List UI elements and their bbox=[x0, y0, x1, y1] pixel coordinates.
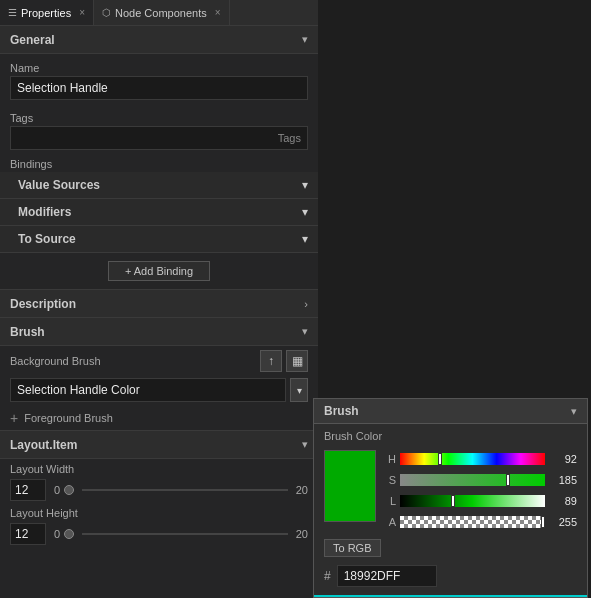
lightness-slider-track[interactable] bbox=[400, 495, 545, 507]
layout-width-slider[interactable] bbox=[82, 489, 288, 491]
value-sources-section: Value Sources ▾ bbox=[0, 172, 318, 199]
properties-icon: ☰ bbox=[8, 7, 17, 18]
properties-panel: ☰ Properties × ⬡ Node Components × Gener… bbox=[0, 0, 318, 598]
layout-height-circle bbox=[64, 529, 74, 539]
value-sources-header[interactable]: Value Sources ▾ bbox=[0, 172, 318, 198]
description-chevron-icon: › bbox=[304, 298, 308, 310]
hex-row: # bbox=[314, 561, 587, 595]
layout-height-end: 20 bbox=[296, 528, 308, 540]
to-rgb-button[interactable]: To RGB bbox=[324, 539, 381, 557]
layout-height-row: 0 20 bbox=[0, 521, 318, 547]
name-input[interactable] bbox=[10, 76, 308, 100]
add-foreground-icon[interactable]: + bbox=[10, 410, 18, 426]
modifiers-chevron-icon: ▾ bbox=[302, 205, 308, 219]
brush-popup: Brush ▾ Brush Color H 92 S bbox=[313, 398, 588, 598]
hex-input[interactable] bbox=[337, 565, 437, 587]
bg-brush-row: Background Brush ↑ ▦ bbox=[0, 346, 318, 376]
brush-icons: ↑ ▦ bbox=[260, 350, 308, 372]
panel-content: General ▾ Name Tags Tags Bindings Value … bbox=[0, 26, 318, 598]
brush-popup-bottom-border bbox=[314, 595, 587, 597]
alpha-slider-row: A 255 bbox=[384, 513, 577, 531]
right-panel: Brush ▾ Brush Color H 92 S bbox=[318, 0, 591, 598]
node-components-icon: ⬡ bbox=[102, 7, 111, 18]
value-sources-chevron-icon: ▾ bbox=[302, 178, 308, 192]
layout-item-chevron-icon: ▾ bbox=[302, 438, 308, 451]
name-field-group: Name bbox=[0, 54, 318, 104]
add-binding-button[interactable]: + Add Binding bbox=[108, 261, 210, 281]
layout-item-section-header[interactable]: Layout.Item ▾ bbox=[0, 431, 318, 459]
brush-section-header[interactable]: Brush ▾ bbox=[0, 318, 318, 346]
foreground-brush-row: + Foreground Brush bbox=[0, 406, 318, 431]
layout-height-label: Layout Height bbox=[0, 503, 318, 521]
hue-slider-row: H 92 bbox=[384, 450, 577, 468]
general-chevron-icon: ▾ bbox=[302, 33, 308, 46]
tab-node-components[interactable]: ⬡ Node Components × bbox=[94, 0, 230, 25]
color-swatch bbox=[324, 450, 376, 522]
lightness-label: L bbox=[384, 495, 396, 507]
brush-value-input[interactable] bbox=[10, 378, 286, 402]
to-source-chevron-icon: ▾ bbox=[302, 232, 308, 246]
lightness-value: 89 bbox=[549, 495, 577, 507]
bg-brush-label: Background Brush bbox=[10, 355, 101, 367]
hue-slider-track[interactable] bbox=[400, 453, 545, 465]
bindings-label: Bindings bbox=[0, 154, 318, 172]
layout-width-label: Layout Width bbox=[0, 459, 318, 477]
brush-dropdown-icon[interactable]: ▾ bbox=[290, 378, 308, 402]
brush-color-label: Brush Color bbox=[314, 424, 587, 446]
to-rgb-row: To RGB bbox=[314, 535, 587, 561]
brush-popup-title: Brush bbox=[324, 404, 359, 418]
alpha-slider-track[interactable] bbox=[400, 516, 545, 528]
layout-width-zero: 0 bbox=[54, 484, 60, 496]
brush-chevron-icon: ▾ bbox=[302, 325, 308, 338]
lightness-slider-thumb[interactable] bbox=[451, 495, 455, 507]
tags-field-group: Tags Tags bbox=[0, 104, 318, 154]
color-picker-area: H 92 S 185 L bbox=[314, 446, 587, 535]
modifiers-section: Modifiers ▾ bbox=[0, 199, 318, 226]
saturation-value: 185 bbox=[549, 474, 577, 486]
layout-height-input[interactable] bbox=[10, 523, 46, 545]
tags-label: Tags bbox=[10, 112, 308, 124]
hue-slider-thumb[interactable] bbox=[438, 453, 442, 465]
layout-width-end: 20 bbox=[296, 484, 308, 496]
brush-value-row: ▾ bbox=[0, 376, 318, 406]
brush-popup-header: Brush ▾ bbox=[314, 399, 587, 424]
alpha-value: 255 bbox=[549, 516, 577, 528]
tab-properties-close[interactable]: × bbox=[79, 7, 85, 18]
lightness-slider-row: L 89 bbox=[384, 492, 577, 510]
tab-node-components-close[interactable]: × bbox=[215, 7, 221, 18]
saturation-slider-track[interactable] bbox=[400, 474, 545, 486]
modifiers-header[interactable]: Modifiers ▾ bbox=[0, 199, 318, 225]
add-binding-row: + Add Binding bbox=[0, 253, 318, 290]
name-label: Name bbox=[10, 62, 308, 74]
brush-upload-icon[interactable]: ↑ bbox=[260, 350, 282, 372]
brush-popup-chevron-icon: ▾ bbox=[571, 405, 577, 418]
tags-row: Tags bbox=[10, 126, 308, 150]
layout-width-input[interactable] bbox=[10, 479, 46, 501]
brush-grid-icon[interactable]: ▦ bbox=[286, 350, 308, 372]
saturation-slider-row: S 185 bbox=[384, 471, 577, 489]
color-sliders: H 92 S 185 L bbox=[384, 450, 577, 531]
tab-bar: ☰ Properties × ⬡ Node Components × bbox=[0, 0, 318, 26]
layout-width-circle bbox=[64, 485, 74, 495]
general-section-header[interactable]: General ▾ bbox=[0, 26, 318, 54]
description-section-header[interactable]: Description › bbox=[0, 290, 318, 318]
saturation-slider-thumb[interactable] bbox=[506, 474, 510, 486]
saturation-label: S bbox=[384, 474, 396, 486]
layout-height-zero: 0 bbox=[54, 528, 60, 540]
layout-height-slider[interactable] bbox=[82, 533, 288, 535]
foreground-brush-label: Foreground Brush bbox=[24, 412, 113, 424]
to-source-header[interactable]: To Source ▾ bbox=[0, 226, 318, 252]
layout-width-row: 0 20 bbox=[0, 477, 318, 503]
tab-properties[interactable]: ☰ Properties × bbox=[0, 0, 94, 25]
tags-button[interactable]: Tags bbox=[278, 132, 301, 144]
hex-hash: # bbox=[324, 569, 331, 583]
alpha-slider-thumb[interactable] bbox=[541, 516, 545, 528]
to-source-section: To Source ▾ bbox=[0, 226, 318, 253]
alpha-label: A bbox=[384, 516, 396, 528]
hue-value: 92 bbox=[549, 453, 577, 465]
hue-label: H bbox=[384, 453, 396, 465]
